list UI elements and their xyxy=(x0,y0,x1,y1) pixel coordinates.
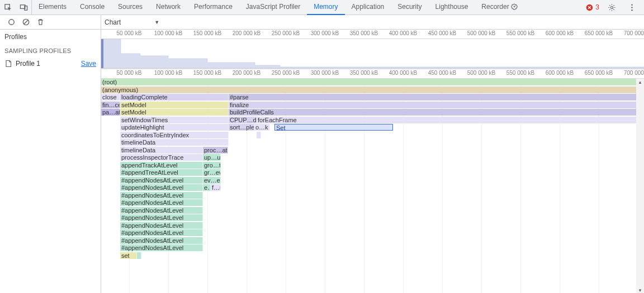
flame-bar[interactable]: CPUP…del xyxy=(229,117,257,123)
flame-bar[interactable]: #appendNodesAtLevel xyxy=(120,192,203,199)
device-toggle-icon[interactable] xyxy=(16,0,31,15)
ruler-tick: 400 000 kB xyxy=(389,70,418,76)
tab-network[interactable]: Network xyxy=(149,0,187,14)
tab-application[interactable]: Application xyxy=(345,0,391,14)
flame-bar[interactable]: f…r xyxy=(211,184,221,191)
flame-bar[interactable]: (root) xyxy=(101,79,641,85)
overview-strip[interactable] xyxy=(101,39,644,69)
flame-bar[interactable]: updateHighlight xyxy=(120,124,229,131)
flame-bar[interactable] xyxy=(257,132,261,138)
flame-bar[interactable]: setWindowTimes xyxy=(120,117,229,123)
inspect-icon[interactable] xyxy=(0,0,16,15)
flame-bar[interactable]: coordinatesToEntryIndex xyxy=(120,132,229,138)
flame-bar[interactable]: #appendTreeAtLevel xyxy=(120,169,203,176)
svg-point-6 xyxy=(631,7,632,8)
flame-bar[interactable]: gro…ts xyxy=(203,162,221,169)
ruler-tick: 200 000 kB xyxy=(233,70,261,76)
tab-recorder[interactable]: Recorder xyxy=(475,0,524,14)
profile-item[interactable]: Profile 1 Save xyxy=(0,57,101,70)
flame-bar[interactable]: #appendNodesAtLevel xyxy=(120,184,203,191)
ruler-tick: 250 000 kB xyxy=(272,70,300,76)
flame-bar[interactable]: #appendNodesAtLevel xyxy=(120,244,203,251)
svg-point-4 xyxy=(610,6,613,8)
chevron-down-icon: ▼ xyxy=(154,20,159,25)
flame-bar[interactable]: appendTrackAtLevel xyxy=(120,162,203,169)
ruler-tick: 150 000 kB xyxy=(193,30,222,36)
tab-performance[interactable]: Performance xyxy=(187,0,239,14)
ruler-tick: 600 000 kB xyxy=(546,70,574,76)
flame-bar[interactable]: close xyxy=(101,94,120,100)
svg-point-5 xyxy=(631,4,632,5)
ruler-tick: 600 000 kB xyxy=(546,30,574,36)
flame-bar[interactable]: proc…ata xyxy=(203,147,228,153)
flame-bar[interactable]: #appendNodesAtLevel xyxy=(120,199,203,206)
profile-icon xyxy=(4,60,12,68)
sidebar-group: SAMPLING PROFILES xyxy=(0,44,101,57)
overview-handle[interactable] xyxy=(101,39,103,68)
flame-bar[interactable]: finalize xyxy=(229,102,641,108)
sidebar: Profiles SAMPLING PROFILES Profile 1 Sav… xyxy=(0,30,101,293)
tab-security[interactable]: Security xyxy=(391,0,428,14)
flame-bar[interactable]: sort…ples xyxy=(229,124,254,131)
flame-bar[interactable]: #appendNodesAtLevel xyxy=(120,222,203,229)
ruler-tick: 300 000 kB xyxy=(311,70,339,76)
tab-sources[interactable]: Sources xyxy=(111,0,149,14)
flame-bar[interactable]: timelineData xyxy=(120,139,229,146)
scroll-down-icon[interactable]: ▼ xyxy=(636,287,644,293)
flame-bar[interactable]: setModel xyxy=(120,109,229,116)
ruler-tick: 700 000 kB xyxy=(624,30,644,36)
record-icon[interactable] xyxy=(4,16,18,29)
delete-icon[interactable] xyxy=(34,16,47,29)
flame-bar[interactable]: processInspectorTrace xyxy=(120,154,203,161)
ruler-tick: 650 000 kB xyxy=(585,70,613,76)
ruler-tick: 150 000 kB xyxy=(193,70,222,76)
flame-bar[interactable]: #parse xyxy=(229,94,641,100)
flame-bar[interactable]: #appendNodesAtLevel xyxy=(120,237,203,244)
flame-bar[interactable]: e… xyxy=(203,184,211,191)
scroll-up-icon[interactable]: ▲ xyxy=(636,79,644,86)
flame-bar[interactable]: ev…ew xyxy=(203,177,221,184)
more-icon[interactable] xyxy=(624,0,640,15)
ruler-tick: 550 000 kB xyxy=(506,30,535,36)
flame-chart[interactable]: (root)(anonymous)closeloadingComplete#pa… xyxy=(101,79,636,293)
flame-bar[interactable]: loadingComplete xyxy=(120,94,229,100)
tab-console[interactable]: Console xyxy=(73,0,111,14)
flame-bar[interactable] xyxy=(137,252,141,259)
view-select-label: Chart xyxy=(105,18,121,26)
flame-bar[interactable]: #appendNodesAtLevel xyxy=(120,214,203,221)
clear-icon[interactable] xyxy=(19,16,32,29)
flame-bar[interactable]: buildProfileCalls xyxy=(229,109,641,116)
flame-bar[interactable]: up…up xyxy=(203,154,221,161)
tab-lighthouse[interactable]: Lighthouse xyxy=(429,0,475,14)
flame-bar[interactable]: #appendNodesAtLevel xyxy=(120,229,203,236)
tab-memory[interactable]: Memory xyxy=(307,0,344,15)
flame-bar[interactable]: fin…ce xyxy=(101,102,120,108)
ruler-tick: 50 000 kB xyxy=(116,30,141,36)
flame-bar[interactable]: (anonymous) xyxy=(101,87,641,93)
ruler-tick: 450 000 kB xyxy=(428,30,457,36)
gear-icon[interactable] xyxy=(604,0,619,15)
svg-point-8 xyxy=(8,20,13,25)
ruler-tick: 400 000 kB xyxy=(389,30,418,36)
flame-bar[interactable]: setModel xyxy=(120,102,229,108)
tab-elements[interactable]: Elements xyxy=(32,0,73,14)
flame-bar[interactable]: o…k xyxy=(254,124,270,131)
svg-point-7 xyxy=(631,9,632,10)
devtools-tabstrip: ElementsConsoleSourcesNetworkPerformance… xyxy=(0,0,644,15)
scrollbar-vertical[interactable]: ▲ ▼ xyxy=(636,79,644,293)
view-select[interactable]: Chart ▼ xyxy=(105,18,159,26)
flame-bar[interactable]: set xyxy=(120,252,137,259)
flame-bar[interactable]: timelineData xyxy=(120,147,203,153)
error-count[interactable]: 3 xyxy=(586,3,599,11)
flame-bar[interactable]: pa…at xyxy=(101,109,120,116)
flame-bar[interactable]: forEachFrame xyxy=(257,117,641,123)
flame-bar[interactable]: #appendNodesAtLevel xyxy=(120,177,203,184)
tab-javascript-profiler[interactable]: JavaScript Profiler xyxy=(239,0,307,14)
overview-ruler: 50 000 kB100 000 kB150 000 kB200 000 kB2… xyxy=(101,30,644,39)
flame-bar[interactable]: Set xyxy=(274,124,393,131)
ruler-tick: 650 000 kB xyxy=(585,30,613,36)
error-count-value: 3 xyxy=(595,3,599,11)
flame-bar[interactable]: gr…ew xyxy=(203,169,221,176)
flame-bar[interactable]: #appendNodesAtLevel xyxy=(120,207,203,214)
profile-save-link[interactable]: Save xyxy=(81,60,96,68)
